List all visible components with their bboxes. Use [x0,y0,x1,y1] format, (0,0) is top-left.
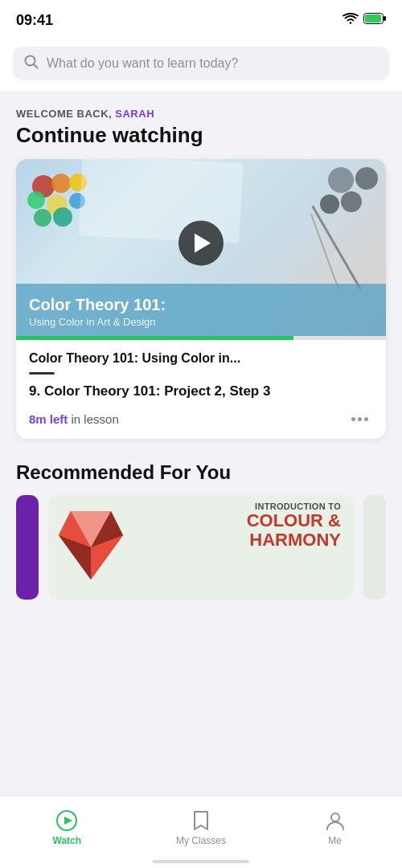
recommended-title: Recommended For You [16,461,386,484]
battery-icon [363,13,386,27]
video-overlay-subtitle: Using Color in Art & Design [29,316,373,328]
video-overlay-title: Color Theory 101: [29,295,373,314]
wifi-icon [343,13,359,27]
card-footer: 8m left in lesson [29,412,373,426]
nav-item-watch[interactable]: Watch [0,796,134,852]
bottom-nav: Watch My Classes Me [0,796,402,868]
status-icons [343,13,386,27]
nav-item-my-classes[interactable]: My Classes [134,796,269,852]
watch-icon [55,809,78,832]
card-course-title: Color Theory 101: Using Color in... [29,351,373,366]
recommended-scroll: INTRODUCTION TO COLOUR & HARMONY [0,495,402,600]
video-thumbnail[interactable]: Color Theory 101: Using Color in Art & D… [16,159,386,336]
more-options-button[interactable] [347,414,373,424]
rec-card-left-sliver [16,495,39,600]
nav-label-watch: Watch [53,835,82,846]
dot-1 [351,417,355,421]
nav-label-my-classes: My Classes [176,835,226,846]
continue-watching-title: Continue watching [16,123,386,148]
status-time: 09:41 [16,12,53,29]
welcome-text: WELCOME BACK, SARAH [16,108,386,120]
thumbnail-bg: Color Theory 101: Using Color in Art & D… [16,159,386,336]
time-left: 8m left in lesson [29,412,119,426]
rec-thumb-colour: INTRODUCTION TO COLOUR & HARMONY [48,495,354,600]
my-classes-icon [190,809,212,832]
rec-card-right-sliver [363,495,386,600]
nav-label-me: Me [328,835,342,846]
main-content: WELCOME BACK, SARAH Continue watching [0,92,402,600]
search-icon [24,55,39,72]
card-info: Color Theory 101: Using Color in... 9. C… [16,340,386,439]
svg-marker-11 [64,817,72,825]
svg-point-12 [331,813,339,821]
rec-title-big: COLOUR & HARMONY [48,511,341,550]
play-button[interactable] [178,220,224,265]
search-placeholder: What do you want to learn today? [47,56,238,71]
home-indicator [153,860,249,863]
status-bar: 09:41 [0,0,402,39]
rec-title-overlay: INTRODUCTION TO COLOUR & HARMONY [48,502,347,550]
card-lesson-title: 9. Color Theory 101: Project 2, Step 3 [29,383,373,401]
time-left-highlight: 8m left [29,412,68,426]
svg-rect-1 [384,16,386,21]
play-triangle-icon [195,233,211,252]
card-divider [29,372,55,375]
dot-3 [364,417,368,421]
video-card: Color Theory 101: Using Color in Art & D… [16,159,386,439]
nav-item-me[interactable]: Me [268,796,402,852]
search-container: What do you want to learn today? [0,39,402,92]
dot-2 [358,417,362,421]
svg-rect-2 [365,14,381,23]
rec-thumb: INTRODUCTION TO COLOUR & HARMONY [48,495,354,600]
video-overlay: Color Theory 101: Using Color in Art & D… [16,284,386,336]
recommended-card[interactable]: INTRODUCTION TO COLOUR & HARMONY [48,495,354,600]
welcome-name: SARAH [115,108,154,120]
search-bar[interactable]: What do you want to learn today? [13,47,389,80]
me-icon [324,809,347,832]
